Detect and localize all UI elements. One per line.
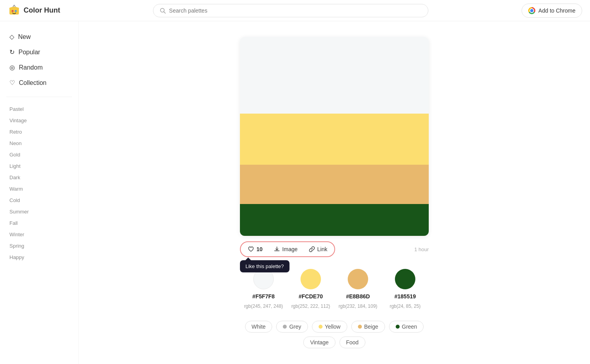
color-info-1[interactable]: #F5F7F8 rgb(245, 247, 248) bbox=[240, 269, 287, 309]
tag-chip-grey[interactable]: Grey bbox=[276, 321, 308, 333]
tag-pastel[interactable]: Pastel bbox=[0, 103, 78, 115]
palette-colors bbox=[240, 37, 429, 236]
color-rgb-3: rgb(232, 184, 109) bbox=[339, 303, 378, 309]
color-rgb-4: rgb(24, 85, 25) bbox=[390, 303, 421, 309]
tag-label-white: White bbox=[252, 324, 266, 330]
tag-fall[interactable]: Fall bbox=[0, 217, 78, 229]
main-layout: ◇ New ↻ Popular ◎ Random ♡ Collection Pa… bbox=[0, 21, 590, 364]
like-count: 10 bbox=[256, 246, 263, 252]
tag-label-yellow: Yellow bbox=[325, 324, 341, 330]
color-strip-1 bbox=[240, 37, 429, 114]
tag-list: Pastel Vintage Retro Neon Gold Light Dar… bbox=[0, 100, 78, 266]
image-label: Image bbox=[282, 246, 298, 252]
tags-row: White Grey Yellow Beige Green Vintage bbox=[240, 321, 429, 348]
image-button[interactable]: Image bbox=[269, 244, 302, 255]
link-button[interactable]: Link bbox=[304, 244, 332, 255]
tag-warm[interactable]: Warm bbox=[0, 183, 78, 195]
sidebar: ◇ New ↻ Popular ◎ Random ♡ Collection Pa… bbox=[0, 21, 79, 364]
search-bar[interactable] bbox=[153, 4, 428, 17]
color-strip-4 bbox=[240, 204, 429, 236]
tag-retro[interactable]: Retro bbox=[0, 126, 78, 138]
tag-spring[interactable]: Spring bbox=[0, 240, 78, 252]
tag-happy[interactable]: Happy bbox=[0, 252, 78, 263]
tag-chip-beige[interactable]: Beige bbox=[351, 321, 385, 333]
tooltip: Like this palette? bbox=[240, 260, 289, 272]
link-icon bbox=[309, 246, 315, 252]
color-strip-2 bbox=[240, 114, 429, 165]
sidebar-item-new[interactable]: ◇ New bbox=[0, 29, 78, 44]
tag-chip-white[interactable]: White bbox=[245, 321, 273, 333]
nav-label-random: Random bbox=[19, 64, 42, 71]
tag-gold[interactable]: Gold bbox=[0, 149, 78, 160]
tag-light[interactable]: Light bbox=[0, 160, 78, 172]
tag-vintage[interactable]: Vintage bbox=[0, 115, 78, 126]
color-circle-3 bbox=[348, 269, 368, 289]
color-hex-1: #F5F7F8 bbox=[253, 293, 275, 300]
search-input[interactable] bbox=[169, 7, 422, 14]
add-to-chrome-button[interactable]: Add to Chrome bbox=[522, 4, 582, 18]
tag-dot-beige bbox=[358, 325, 362, 329]
chrome-icon bbox=[528, 7, 535, 14]
tag-dot-yellow bbox=[319, 325, 323, 329]
link-label: Link bbox=[317, 246, 328, 252]
color-info-3[interactable]: #E8B86D rgb(232, 184, 109) bbox=[334, 269, 382, 309]
color-rgb-1: rgb(245, 247, 248) bbox=[244, 303, 283, 309]
tag-label-grey: Grey bbox=[289, 324, 301, 330]
actions-bar: 10 Image Link 1 hour bbox=[240, 241, 429, 257]
tag-chip-green[interactable]: Green bbox=[389, 321, 424, 333]
color-hex-3: #E8B86D bbox=[346, 293, 370, 300]
color-strip-3 bbox=[240, 165, 429, 204]
svg-line-4 bbox=[164, 11, 166, 13]
color-circle-4 bbox=[395, 269, 415, 289]
sidebar-divider bbox=[6, 97, 72, 97]
sidebar-item-random[interactable]: ◎ Random bbox=[0, 60, 78, 75]
palette-card bbox=[240, 37, 429, 236]
tag-summer[interactable]: Summer bbox=[0, 206, 78, 217]
color-rgb-2: rgb(252, 222, 112) bbox=[291, 303, 330, 309]
svg-point-2 bbox=[15, 10, 17, 12]
tag-label-beige: Beige bbox=[364, 324, 378, 330]
tag-dot-grey bbox=[283, 325, 287, 329]
add-to-chrome-label: Add to Chrome bbox=[538, 7, 575, 14]
tag-dot-green bbox=[396, 325, 400, 329]
search-icon bbox=[160, 7, 166, 14]
color-info-2[interactable]: #FCDE70 rgb(252, 222, 112) bbox=[287, 269, 334, 309]
logo[interactable]: Color Hunt bbox=[8, 4, 60, 17]
nav-label-popular: Popular bbox=[18, 49, 40, 56]
tag-chip-yellow[interactable]: Yellow bbox=[312, 321, 347, 333]
tag-cold[interactable]: Cold bbox=[0, 195, 78, 206]
tag-chip-vintage[interactable]: Vintage bbox=[303, 336, 335, 348]
nav-label-collection: Collection bbox=[19, 79, 46, 86]
tag-neon[interactable]: Neon bbox=[0, 138, 78, 149]
tag-dark[interactable]: Dark bbox=[0, 172, 78, 183]
nav-label-new: New bbox=[18, 33, 31, 40]
random-icon: ◎ bbox=[9, 64, 15, 71]
download-icon bbox=[274, 246, 280, 252]
logo-icon bbox=[8, 4, 20, 17]
color-info-grid: #F5F7F8 rgb(245, 247, 248) #FCDE70 rgb(2… bbox=[240, 269, 429, 309]
tag-label-vintage: Vintage bbox=[310, 339, 328, 346]
timestamp: 1 hour bbox=[414, 246, 429, 252]
sidebar-item-popular[interactable]: ↻ Popular bbox=[0, 44, 78, 60]
color-circle-2 bbox=[301, 269, 321, 289]
like-button[interactable]: 10 bbox=[243, 244, 267, 255]
tag-label-green: Green bbox=[402, 324, 417, 330]
tag-winter[interactable]: Winter bbox=[0, 229, 78, 240]
header: Color Hunt Add to Chrome bbox=[0, 0, 590, 21]
svg-point-1 bbox=[12, 10, 14, 12]
popular-icon: ↻ bbox=[9, 48, 15, 56]
logo-text: Color Hunt bbox=[24, 6, 60, 15]
color-hex-2: #FCDE70 bbox=[299, 293, 323, 300]
color-info-4[interactable]: #185519 rgb(24, 85, 25) bbox=[382, 269, 429, 309]
tag-label-food: Food bbox=[346, 339, 359, 346]
main-content: 10 Image Link 1 hour bbox=[79, 21, 590, 364]
heart-icon: ♡ bbox=[9, 79, 15, 86]
diamond-icon: ◇ bbox=[9, 33, 14, 40]
action-group: 10 Image Link bbox=[240, 241, 335, 257]
tag-chip-food[interactable]: Food bbox=[339, 336, 365, 348]
sidebar-nav: ◇ New ↻ Popular ◎ Random ♡ Collection bbox=[0, 29, 78, 90]
heart-filled-icon bbox=[248, 246, 254, 252]
color-hex-4: #185519 bbox=[395, 293, 416, 300]
sidebar-item-collection[interactable]: ♡ Collection bbox=[0, 75, 78, 90]
